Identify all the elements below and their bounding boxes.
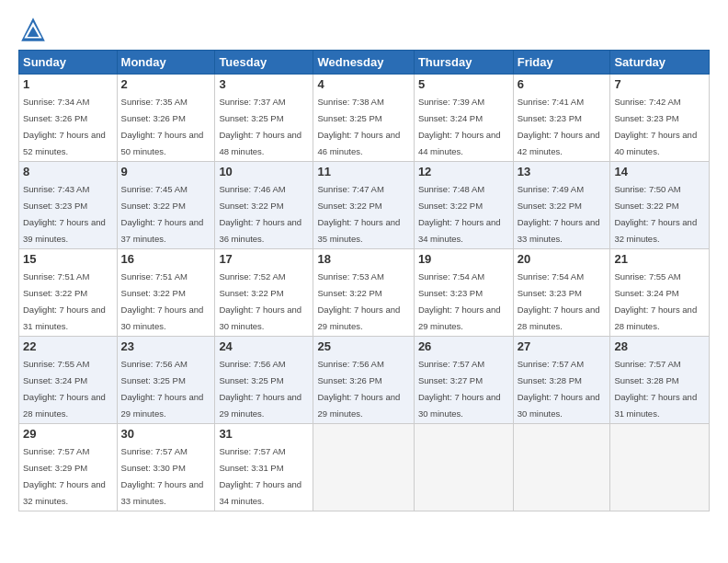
calendar-cell: 20Sunrise: 7:54 AMSunset: 3:23 PMDayligh…	[513, 249, 610, 337]
day-info: Sunrise: 7:57 AMSunset: 3:28 PMDaylight:…	[614, 359, 697, 419]
calendar-week-row: 1Sunrise: 7:34 AMSunset: 3:26 PMDaylight…	[19, 75, 710, 162]
day-number: 6	[518, 77, 607, 91]
calendar-week-row: 15Sunrise: 7:51 AMSunset: 3:22 PMDayligh…	[19, 249, 710, 337]
day-number: 13	[518, 165, 607, 178]
day-info: Sunrise: 7:43 AMSunset: 3:23 PMDaylight:…	[23, 184, 106, 244]
calendar-cell: 28Sunrise: 7:57 AMSunset: 3:28 PMDayligh…	[610, 337, 710, 424]
day-info: Sunrise: 7:56 AMSunset: 3:25 PMDaylight:…	[219, 359, 301, 419]
calendar-cell: 26Sunrise: 7:57 AMSunset: 3:27 PMDayligh…	[414, 337, 513, 424]
day-number: 22	[23, 339, 113, 353]
calendar-cell: 19Sunrise: 7:54 AMSunset: 3:23 PMDayligh…	[414, 249, 513, 337]
day-info: Sunrise: 7:57 AMSunset: 3:27 PMDaylight:…	[418, 359, 501, 419]
calendar-cell: 6Sunrise: 7:41 AMSunset: 3:23 PMDaylight…	[513, 75, 610, 162]
calendar-week-row: 22Sunrise: 7:55 AMSunset: 3:24 PMDayligh…	[19, 337, 710, 424]
day-number: 1	[23, 77, 113, 91]
day-number: 3	[219, 77, 309, 91]
calendar-week-row: 8Sunrise: 7:43 AMSunset: 3:23 PMDaylight…	[19, 162, 710, 249]
logo	[18, 15, 51, 44]
day-number: 29	[23, 427, 113, 441]
header-saturday: Saturday	[610, 51, 710, 75]
day-number: 23	[121, 339, 211, 353]
day-info: Sunrise: 7:55 AMSunset: 3:24 PMDaylight:…	[23, 359, 106, 419]
day-number: 31	[219, 427, 309, 441]
day-info: Sunrise: 7:35 AMSunset: 3:26 PMDaylight:…	[121, 97, 204, 156]
calendar-cell: 30Sunrise: 7:57 AMSunset: 3:30 PMDayligh…	[117, 424, 215, 511]
day-number: 30	[121, 427, 211, 441]
header-thursday: Thursday	[414, 51, 513, 75]
day-info: Sunrise: 7:54 AMSunset: 3:23 PMDaylight:…	[418, 271, 501, 331]
day-info: Sunrise: 7:45 AMSunset: 3:22 PMDaylight:…	[121, 184, 204, 244]
calendar-cell	[513, 424, 610, 511]
day-info: Sunrise: 7:54 AMSunset: 3:23 PMDaylight:…	[518, 271, 600, 331]
day-info: Sunrise: 7:37 AMSunset: 3:25 PMDaylight:…	[219, 97, 301, 156]
day-info: Sunrise: 7:55 AMSunset: 3:24 PMDaylight:…	[614, 271, 697, 331]
calendar-cell: 15Sunrise: 7:51 AMSunset: 3:22 PMDayligh…	[19, 249, 118, 337]
day-info: Sunrise: 7:57 AMSunset: 3:29 PMDaylight:…	[23, 446, 106, 506]
calendar-cell: 14Sunrise: 7:50 AMSunset: 3:22 PMDayligh…	[610, 162, 710, 249]
day-info: Sunrise: 7:42 AMSunset: 3:23 PMDaylight:…	[614, 97, 697, 156]
day-number: 8	[23, 165, 113, 178]
calendar-cell	[313, 424, 414, 511]
calendar-cell: 4Sunrise: 7:38 AMSunset: 3:25 PMDaylight…	[313, 75, 414, 162]
day-number: 16	[121, 252, 211, 266]
day-number: 7	[614, 77, 705, 91]
day-info: Sunrise: 7:41 AMSunset: 3:23 PMDaylight:…	[518, 97, 600, 156]
header-sunday: Sunday	[19, 51, 118, 75]
day-number: 24	[219, 339, 309, 353]
header-wednesday: Wednesday	[313, 51, 414, 75]
day-number: 9	[121, 165, 211, 178]
day-info: Sunrise: 7:53 AMSunset: 3:22 PMDaylight:…	[317, 271, 400, 331]
calendar-cell	[610, 424, 710, 511]
header-monday: Monday	[117, 51, 215, 75]
calendar-cell: 1Sunrise: 7:34 AMSunset: 3:26 PMDaylight…	[19, 75, 118, 162]
calendar-cell	[414, 424, 513, 511]
day-info: Sunrise: 7:57 AMSunset: 3:28 PMDaylight:…	[518, 359, 600, 419]
day-number: 4	[317, 77, 409, 91]
day-info: Sunrise: 7:38 AMSunset: 3:25 PMDaylight:…	[317, 97, 400, 156]
logo-icon	[18, 15, 48, 44]
calendar-cell: 2Sunrise: 7:35 AMSunset: 3:26 PMDaylight…	[117, 75, 215, 162]
header-friday: Friday	[513, 51, 610, 75]
calendar-cell: 10Sunrise: 7:46 AMSunset: 3:22 PMDayligh…	[215, 162, 313, 249]
calendar-page: Sunday Monday Tuesday Wednesday Thursday…	[0, 0, 728, 521]
calendar-cell: 3Sunrise: 7:37 AMSunset: 3:25 PMDaylight…	[215, 75, 313, 162]
header-tuesday: Tuesday	[215, 51, 313, 75]
day-number: 2	[121, 77, 211, 91]
day-number: 15	[23, 252, 113, 266]
day-number: 26	[418, 339, 509, 353]
day-number: 25	[317, 339, 409, 353]
calendar-cell: 22Sunrise: 7:55 AMSunset: 3:24 PMDayligh…	[19, 337, 118, 424]
day-info: Sunrise: 7:46 AMSunset: 3:22 PMDaylight:…	[219, 184, 301, 244]
day-info: Sunrise: 7:51 AMSunset: 3:22 PMDaylight:…	[121, 271, 204, 331]
day-info: Sunrise: 7:34 AMSunset: 3:26 PMDaylight:…	[23, 97, 106, 156]
calendar-cell: 29Sunrise: 7:57 AMSunset: 3:29 PMDayligh…	[19, 424, 118, 511]
day-info: Sunrise: 7:51 AMSunset: 3:22 PMDaylight:…	[23, 271, 106, 331]
calendar-cell: 9Sunrise: 7:45 AMSunset: 3:22 PMDaylight…	[117, 162, 215, 249]
calendar-cell: 7Sunrise: 7:42 AMSunset: 3:23 PMDaylight…	[610, 75, 710, 162]
day-info: Sunrise: 7:56 AMSunset: 3:26 PMDaylight:…	[317, 359, 400, 419]
calendar-cell: 16Sunrise: 7:51 AMSunset: 3:22 PMDayligh…	[117, 249, 215, 337]
calendar-cell: 23Sunrise: 7:56 AMSunset: 3:25 PMDayligh…	[117, 337, 215, 424]
day-info: Sunrise: 7:52 AMSunset: 3:22 PMDaylight:…	[219, 271, 301, 331]
calendar-cell: 27Sunrise: 7:57 AMSunset: 3:28 PMDayligh…	[513, 337, 610, 424]
day-number: 14	[614, 165, 705, 178]
calendar-cell: 12Sunrise: 7:48 AMSunset: 3:22 PMDayligh…	[414, 162, 513, 249]
calendar-cell: 18Sunrise: 7:53 AMSunset: 3:22 PMDayligh…	[313, 249, 414, 337]
day-number: 27	[518, 339, 607, 353]
day-number: 28	[614, 339, 705, 353]
header	[18, 15, 710, 44]
day-info: Sunrise: 7:57 AMSunset: 3:30 PMDaylight:…	[121, 446, 204, 506]
day-info: Sunrise: 7:50 AMSunset: 3:22 PMDaylight:…	[614, 184, 697, 244]
calendar-cell: 5Sunrise: 7:39 AMSunset: 3:24 PMDaylight…	[414, 75, 513, 162]
day-info: Sunrise: 7:49 AMSunset: 3:22 PMDaylight:…	[518, 184, 600, 244]
day-number: 20	[518, 252, 607, 266]
day-info: Sunrise: 7:39 AMSunset: 3:24 PMDaylight:…	[418, 97, 501, 156]
day-number: 10	[219, 165, 309, 178]
day-number: 11	[317, 165, 409, 178]
day-info: Sunrise: 7:57 AMSunset: 3:31 PMDaylight:…	[219, 446, 301, 506]
day-number: 18	[317, 252, 409, 266]
day-number: 19	[418, 252, 509, 266]
day-info: Sunrise: 7:47 AMSunset: 3:22 PMDaylight:…	[317, 184, 400, 244]
calendar-cell: 11Sunrise: 7:47 AMSunset: 3:22 PMDayligh…	[313, 162, 414, 249]
calendar-cell: 13Sunrise: 7:49 AMSunset: 3:22 PMDayligh…	[513, 162, 610, 249]
